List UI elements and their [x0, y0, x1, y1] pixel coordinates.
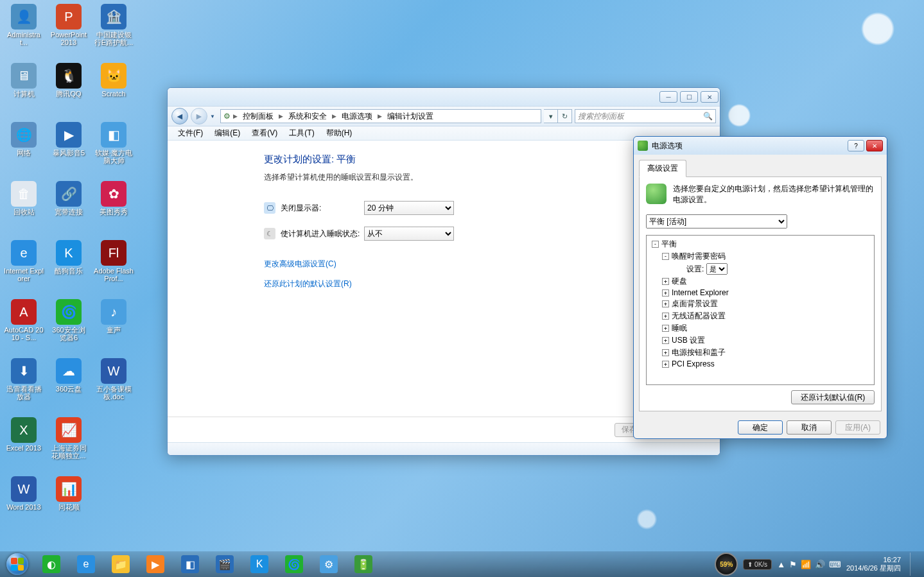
- menu-tools[interactable]: 工具(T): [284, 126, 319, 140]
- desktop-icon[interactable]: K酷狗音乐: [48, 239, 90, 297]
- maximize-button[interactable]: ☐: [680, 91, 698, 103]
- crumb-system-security[interactable]: 系统和安全: [286, 111, 329, 122]
- ok-button[interactable]: 确定: [738, 420, 783, 435]
- tree-item[interactable]: 硬盘: [672, 276, 687, 287]
- taskbar-item[interactable]: 📁: [104, 553, 137, 576]
- tree-expand-icon[interactable]: +: [662, 300, 669, 307]
- desktop-icon[interactable]: ✿美图秀秀: [92, 180, 135, 237]
- taskbar-item[interactable]: 🔋: [347, 553, 380, 576]
- tree-item[interactable]: 无线适配器设置: [672, 311, 726, 322]
- restore-defaults-link[interactable]: 还原此计划的默认设置(R): [264, 279, 694, 289]
- settings-tree[interactable]: -平衡 -唤醒时需要密码 设置:是 +硬盘+Internet Explorer+…: [646, 235, 875, 385]
- desktop-icon[interactable]: ▶暴风影音5: [48, 121, 90, 178]
- desktop-icon[interactable]: PPowerPoint 2013: [48, 3, 90, 60]
- desktop-icon[interactable]: XExcel 2013: [3, 416, 45, 474]
- nav-history-dropdown[interactable]: ▼: [210, 114, 218, 119]
- tab-advanced[interactable]: 高级设置: [639, 160, 686, 177]
- breadcrumb[interactable]: ⚙▶ 控制面板▶ 系统和安全▶ 电源选项▶ 编辑计划设置: [220, 109, 541, 123]
- desktop-icon[interactable]: W五小备课模板.doc: [92, 357, 135, 415]
- search-input[interactable]: 搜索控制面板 🔍: [575, 109, 716, 123]
- tray-expand-icon[interactable]: ▲: [777, 560, 785, 569]
- apply-button[interactable]: 应用(A): [835, 420, 880, 435]
- sleep-select[interactable]: 从不: [364, 227, 454, 241]
- plan-select[interactable]: 平衡 [活动]: [646, 214, 787, 228]
- desktop-icon[interactable]: ♪童声: [92, 298, 135, 356]
- dialog-help-button[interactable]: ?: [848, 140, 864, 151]
- desktop-icon[interactable]: ☁360云盘: [48, 357, 90, 415]
- tree-item[interactable]: USB 设置: [672, 335, 705, 346]
- restore-plan-defaults-button[interactable]: 还原计划默认值(R): [791, 390, 875, 404]
- menu-help[interactable]: 帮助(H): [321, 126, 358, 140]
- taskbar-item[interactable]: ◐: [35, 553, 68, 576]
- tray-flag-icon[interactable]: ⚑: [789, 560, 797, 569]
- start-button[interactable]: [3, 553, 32, 576]
- tray-volume-icon[interactable]: 🔊: [815, 560, 825, 569]
- desktop-icon[interactable]: ⬇迅雷看看播放器: [3, 357, 45, 415]
- desktop-icon[interactable]: 🐧腾讯QQ: [48, 62, 90, 119]
- crumb-edit-plan[interactable]: 编辑计划设置: [385, 111, 436, 122]
- gauge-widget[interactable]: 59%: [715, 553, 738, 576]
- desktop-icon[interactable]: eInternet Explorer: [3, 239, 45, 297]
- desktop-icon[interactable]: 🐱Scratch: [92, 62, 135, 119]
- tree-wake-password[interactable]: 唤醒时需要密码: [672, 251, 726, 262]
- desktop-icon[interactable]: 🔗宽带连接: [48, 180, 90, 237]
- tree-expand-icon[interactable]: +: [662, 349, 669, 356]
- tree-item[interactable]: Internet Explorer: [672, 288, 729, 297]
- desktop-icon[interactable]: AAutoCAD 2010 - S...: [3, 298, 45, 356]
- tray-network-icon[interactable]: 📶: [801, 560, 811, 569]
- tree-expand-icon[interactable]: +: [662, 325, 669, 332]
- tree-item[interactable]: 睡眠: [672, 323, 687, 334]
- tray-input-icon[interactable]: ⌨: [829, 560, 841, 569]
- taskbar-item[interactable]: 🌀: [277, 553, 311, 576]
- crumb-power-options[interactable]: 电源选项: [339, 111, 375, 122]
- tree-expand-icon[interactable]: +: [662, 313, 669, 320]
- desktop-icon[interactable]: FlAdobe Flash Prof...: [92, 239, 135, 297]
- network-speed[interactable]: ⬆ 0K/s: [743, 559, 772, 570]
- crumb-control-panel[interactable]: 控制面板: [240, 111, 276, 122]
- desktop-icon[interactable]: 🗑回收站: [3, 180, 45, 237]
- menu-file[interactable]: 文件(F): [173, 126, 208, 140]
- taskbar-item[interactable]: ▶: [139, 553, 172, 576]
- tree-expand-icon[interactable]: +: [662, 278, 669, 285]
- desktop-icon[interactable]: 🏦中国建设银行E路护航...: [92, 3, 135, 60]
- desktop-icon[interactable]: 🌀360安全浏览器6: [48, 298, 90, 356]
- menu-edit[interactable]: 编辑(E): [209, 126, 245, 140]
- dialog-cancel-button[interactable]: 取消: [787, 420, 832, 435]
- dialog-titlebar[interactable]: 电源选项 ? ✕: [634, 137, 887, 155]
- desktop-icon[interactable]: 📈上海证券同花顺独立...: [48, 416, 90, 474]
- taskbar-item[interactable]: K: [243, 553, 276, 576]
- close-button[interactable]: ✕: [701, 91, 719, 103]
- desktop-icon[interactable]: 🖥计算机: [3, 62, 45, 119]
- tree-item[interactable]: 电源按钮和盖子: [672, 347, 726, 358]
- desktop-icon[interactable]: WWord 2013: [3, 475, 45, 533]
- tree-root[interactable]: 平衡: [661, 239, 677, 250]
- taskbar-item[interactable]: ◧: [173, 553, 207, 576]
- taskbar-clock[interactable]: 16:27 2014/6/26 星期四: [846, 556, 901, 573]
- search-icon[interactable]: 🔍: [703, 112, 713, 121]
- menu-view[interactable]: 查看(V): [247, 126, 283, 140]
- nav-back-button[interactable]: ◄: [171, 108, 188, 125]
- display-off-select[interactable]: 20 分钟: [364, 201, 454, 215]
- tree-collapse-icon[interactable]: -: [662, 253, 669, 260]
- taskbar-item[interactable]: 🎬: [208, 553, 241, 576]
- addr-dropdown[interactable]: ▾: [544, 109, 558, 123]
- tree-item[interactable]: 桌面背景设置: [672, 298, 718, 309]
- advanced-settings-link[interactable]: 更改高级电源设置(C): [264, 259, 694, 270]
- taskbar-item[interactable]: ⚙: [312, 553, 345, 576]
- tree-item[interactable]: PCI Express: [672, 359, 715, 368]
- tree-collapse-icon[interactable]: -: [652, 241, 659, 248]
- explorer-titlebar[interactable]: ─ ☐ ✕: [168, 88, 720, 106]
- tree-expand-icon[interactable]: +: [662, 361, 669, 368]
- tree-setting-select[interactable]: 是: [706, 263, 728, 275]
- show-desktop-button[interactable]: [910, 553, 918, 576]
- desktop-icon[interactable]: ◧软媒·魔方电脑大师: [92, 121, 135, 178]
- minimize-button[interactable]: ─: [659, 91, 677, 103]
- desktop-icon[interactable]: 📊同花顺: [48, 475, 90, 533]
- tree-expand-icon[interactable]: +: [662, 289, 669, 297]
- nav-forward-button[interactable]: ►: [191, 108, 207, 125]
- tree-expand-icon[interactable]: +: [662, 337, 669, 344]
- dialog-close-button[interactable]: ✕: [866, 140, 883, 151]
- taskbar-item[interactable]: e: [69, 553, 103, 576]
- desktop-icon[interactable]: 👤Administrat...: [3, 3, 45, 60]
- refresh-button[interactable]: ↻: [558, 109, 572, 123]
